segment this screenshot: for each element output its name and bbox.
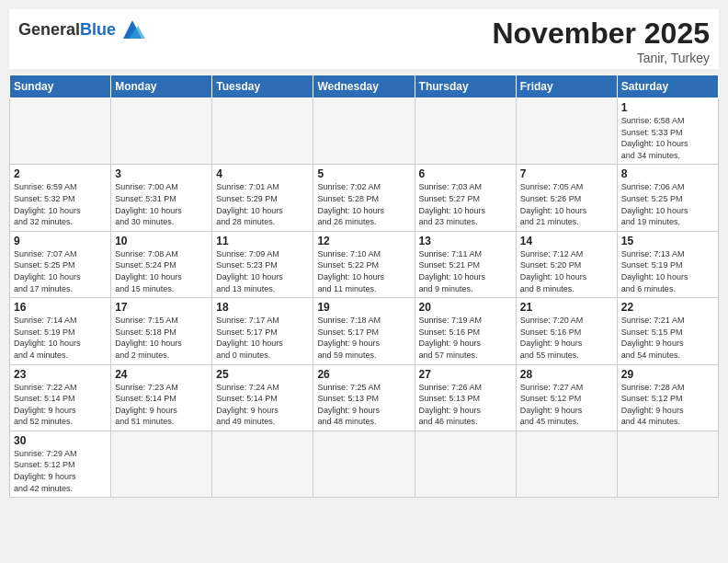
- day-number: 16: [14, 301, 107, 314]
- day-info: Sunrise: 7:02 AM Sunset: 5:28 PM Dayligh…: [317, 181, 410, 227]
- header-thursday: Thursday: [415, 75, 516, 98]
- day-number: 6: [419, 167, 512, 180]
- logo-blue: Blue: [80, 20, 116, 39]
- logo-text: GeneralBlue: [18, 20, 116, 40]
- calendar-cell: 27Sunrise: 7:26 AM Sunset: 5:13 PM Dayli…: [415, 364, 516, 431]
- calendar-cell: 29Sunrise: 7:28 AM Sunset: 5:12 PM Dayli…: [617, 364, 718, 431]
- day-number: 8: [621, 167, 714, 180]
- calendar-cell: 28Sunrise: 7:27 AM Sunset: 5:12 PM Dayli…: [516, 364, 617, 431]
- day-number: 4: [216, 167, 309, 180]
- logo-icon: [119, 17, 145, 42]
- calendar-cell: 8Sunrise: 7:06 AM Sunset: 5:25 PM Daylig…: [617, 165, 718, 231]
- day-number: 28: [520, 368, 613, 381]
- day-number: 30: [14, 434, 107, 447]
- day-info: Sunrise: 7:22 AM Sunset: 5:14 PM Dayligh…: [14, 382, 107, 428]
- calendar-cell: 17Sunrise: 7:15 AM Sunset: 5:18 PM Dayli…: [111, 298, 212, 364]
- calendar-cell: [111, 98, 212, 165]
- day-info: Sunrise: 7:09 AM Sunset: 5:23 PM Dayligh…: [216, 248, 309, 294]
- day-info: Sunrise: 7:03 AM Sunset: 5:27 PM Dayligh…: [419, 181, 512, 227]
- calendar-cell: 13Sunrise: 7:11 AM Sunset: 5:21 PM Dayli…: [415, 231, 516, 297]
- calendar-cell: 23Sunrise: 7:22 AM Sunset: 5:14 PM Dayli…: [10, 364, 111, 431]
- calendar-cell: [415, 431, 516, 497]
- day-number: 17: [115, 301, 208, 314]
- calendar-cell: 2Sunrise: 6:59 AM Sunset: 5:32 PM Daylig…: [10, 165, 111, 231]
- day-info: Sunrise: 7:00 AM Sunset: 5:31 PM Dayligh…: [115, 181, 208, 227]
- day-number: 5: [317, 167, 410, 180]
- title-area: November 2025 Tanir, Turkey: [492, 17, 710, 65]
- day-info: Sunrise: 7:25 AM Sunset: 5:13 PM Dayligh…: [317, 382, 410, 428]
- day-number: 23: [14, 368, 107, 381]
- page: GeneralBlue November 2025 Tanir, Turkey …: [0, 0, 728, 563]
- calendar-cell: [415, 98, 516, 165]
- day-info: Sunrise: 7:14 AM Sunset: 5:19 PM Dayligh…: [14, 315, 107, 361]
- calendar-cell: 25Sunrise: 7:24 AM Sunset: 5:14 PM Dayli…: [212, 364, 313, 431]
- header-saturday: Saturday: [617, 75, 718, 98]
- calendar-cell: 1Sunrise: 6:58 AM Sunset: 5:33 PM Daylig…: [617, 98, 718, 165]
- calendar: Sunday Monday Tuesday Wednesday Thursday…: [9, 75, 719, 498]
- day-number: 9: [14, 235, 107, 247]
- day-info: Sunrise: 7:12 AM Sunset: 5:20 PM Dayligh…: [520, 248, 613, 294]
- header-tuesday: Tuesday: [212, 75, 313, 98]
- calendar-cell: 4Sunrise: 7:01 AM Sunset: 5:29 PM Daylig…: [212, 165, 313, 231]
- calendar-cell: 6Sunrise: 7:03 AM Sunset: 5:27 PM Daylig…: [415, 165, 516, 231]
- calendar-cell: [516, 98, 617, 165]
- calendar-cell: 9Sunrise: 7:07 AM Sunset: 5:25 PM Daylig…: [10, 231, 111, 297]
- calendar-cell: 11Sunrise: 7:09 AM Sunset: 5:23 PM Dayli…: [212, 231, 313, 297]
- day-number: 3: [115, 167, 208, 180]
- calendar-cell: [617, 431, 718, 497]
- calendar-cell: [10, 98, 111, 165]
- calendar-cell: 19Sunrise: 7:18 AM Sunset: 5:17 PM Dayli…: [313, 298, 415, 364]
- day-number: 12: [317, 235, 410, 247]
- day-info: Sunrise: 7:08 AM Sunset: 5:24 PM Dayligh…: [115, 248, 208, 294]
- calendar-cell: 10Sunrise: 7:08 AM Sunset: 5:24 PM Dayli…: [111, 231, 212, 297]
- calendar-cell: 20Sunrise: 7:19 AM Sunset: 5:16 PM Dayli…: [415, 298, 516, 364]
- calendar-cell: 7Sunrise: 7:05 AM Sunset: 5:26 PM Daylig…: [516, 165, 617, 231]
- day-info: Sunrise: 7:19 AM Sunset: 5:16 PM Dayligh…: [419, 315, 512, 361]
- day-info: Sunrise: 7:15 AM Sunset: 5:18 PM Dayligh…: [115, 315, 208, 361]
- day-info: Sunrise: 7:13 AM Sunset: 5:19 PM Dayligh…: [621, 248, 714, 294]
- calendar-cell: 16Sunrise: 7:14 AM Sunset: 5:19 PM Dayli…: [10, 298, 111, 364]
- calendar-cell: 24Sunrise: 7:23 AM Sunset: 5:14 PM Dayli…: [111, 364, 212, 431]
- day-info: Sunrise: 7:29 AM Sunset: 5:12 PM Dayligh…: [14, 448, 107, 494]
- day-number: 19: [317, 301, 410, 314]
- calendar-cell: [313, 98, 415, 165]
- header-wednesday: Wednesday: [313, 75, 415, 98]
- calendar-cell: 18Sunrise: 7:17 AM Sunset: 5:17 PM Dayli…: [212, 298, 313, 364]
- day-number: 14: [520, 235, 613, 247]
- day-number: 11: [216, 235, 309, 247]
- calendar-cell: 5Sunrise: 7:02 AM Sunset: 5:28 PM Daylig…: [313, 165, 415, 231]
- calendar-cell: 15Sunrise: 7:13 AM Sunset: 5:19 PM Dayli…: [617, 231, 718, 297]
- day-info: Sunrise: 7:07 AM Sunset: 5:25 PM Dayligh…: [14, 248, 107, 294]
- header-friday: Friday: [516, 75, 617, 98]
- calendar-cell: 22Sunrise: 7:21 AM Sunset: 5:15 PM Dayli…: [617, 298, 718, 364]
- day-number: 25: [216, 368, 309, 381]
- day-info: Sunrise: 7:01 AM Sunset: 5:29 PM Dayligh…: [216, 181, 309, 227]
- calendar-cell: 21Sunrise: 7:20 AM Sunset: 5:16 PM Dayli…: [516, 298, 617, 364]
- day-info: Sunrise: 7:17 AM Sunset: 5:17 PM Dayligh…: [216, 315, 309, 361]
- day-number: 18: [216, 301, 309, 314]
- calendar-cell: 26Sunrise: 7:25 AM Sunset: 5:13 PM Dayli…: [313, 364, 415, 431]
- day-number: 1: [621, 101, 714, 114]
- day-number: 13: [419, 235, 512, 247]
- day-info: Sunrise: 7:18 AM Sunset: 5:17 PM Dayligh…: [317, 315, 410, 361]
- calendar-cell: 3Sunrise: 7:00 AM Sunset: 5:31 PM Daylig…: [111, 165, 212, 231]
- month-title: November 2025: [492, 17, 710, 51]
- day-number: 10: [115, 235, 208, 247]
- logo: GeneralBlue: [18, 17, 145, 42]
- day-number: 22: [621, 301, 714, 314]
- calendar-cell: [313, 431, 415, 497]
- day-info: Sunrise: 7:28 AM Sunset: 5:12 PM Dayligh…: [621, 382, 714, 428]
- day-info: Sunrise: 7:20 AM Sunset: 5:16 PM Dayligh…: [520, 315, 613, 361]
- day-info: Sunrise: 7:27 AM Sunset: 5:12 PM Dayligh…: [520, 382, 613, 428]
- day-number: 20: [419, 301, 512, 314]
- day-info: Sunrise: 7:11 AM Sunset: 5:21 PM Dayligh…: [419, 248, 512, 294]
- day-info: Sunrise: 7:23 AM Sunset: 5:14 PM Dayligh…: [115, 382, 208, 428]
- day-info: Sunrise: 7:10 AM Sunset: 5:22 PM Dayligh…: [317, 248, 410, 294]
- calendar-cell: 12Sunrise: 7:10 AM Sunset: 5:22 PM Dayli…: [313, 231, 415, 297]
- calendar-cell: 14Sunrise: 7:12 AM Sunset: 5:20 PM Dayli…: [516, 231, 617, 297]
- day-info: Sunrise: 6:58 AM Sunset: 5:33 PM Dayligh…: [621, 115, 714, 161]
- calendar-cell: [516, 431, 617, 497]
- day-number: 27: [419, 368, 512, 381]
- header-monday: Monday: [111, 75, 212, 98]
- calendar-cell: [212, 98, 313, 165]
